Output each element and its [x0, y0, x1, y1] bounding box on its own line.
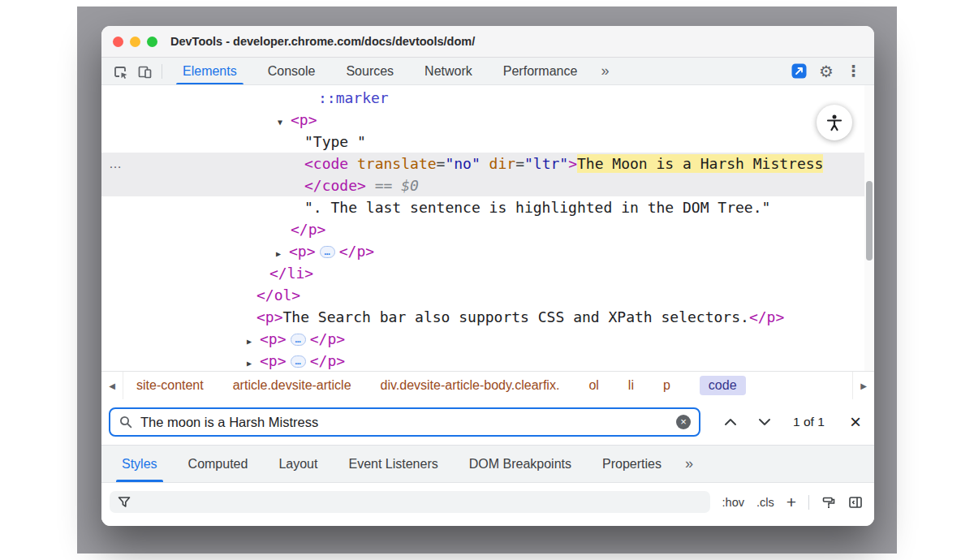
tab-console[interactable]: Console [252, 58, 331, 84]
dom-token: "ltr" [524, 155, 568, 172]
dom-tree-row[interactable]: ▼<p> [101, 109, 874, 131]
dom-token: <p> [260, 330, 287, 347]
accessibility-button[interactable] [817, 105, 852, 140]
tab-styles[interactable]: Styles [106, 446, 173, 482]
dom-token: </code> [304, 177, 366, 194]
dom-tree-row[interactable]: …<code translate="no" dir="ltr">The Moon… [101, 153, 874, 174]
breadcrumb-item-article-devsite-article[interactable]: article.devsite-article [233, 378, 351, 393]
dom-tree-row[interactable]: ▶<p>…</p> [101, 350, 874, 371]
breadcrumb-item-p[interactable]: p [663, 378, 670, 393]
breadcrumb-item-site-content[interactable]: site-content [136, 378, 204, 393]
filter-toolbar-divider [808, 495, 809, 510]
ellipsis-pill-icon[interactable]: … [291, 355, 306, 368]
dom-token: </p> [310, 352, 345, 369]
tab-event-listeners[interactable]: Event Listeners [333, 446, 453, 482]
breadcrumb-item-li[interactable]: li [628, 378, 634, 393]
styles-tabs-bar: StylesComputedLayoutEvent ListenersDOM B… [101, 446, 874, 483]
device-toolbar-icon[interactable] [132, 60, 157, 82]
inspect-element-icon[interactable] [108, 60, 132, 82]
dom-token: <p> [289, 243, 316, 260]
dom-token: <code [304, 155, 348, 172]
dom-token: == [366, 177, 401, 194]
dom-token: = [437, 155, 446, 172]
traffic-lights [113, 37, 157, 47]
collapse-arrow-icon[interactable]: ▼ [278, 111, 291, 133]
dom-token: translate [348, 155, 436, 172]
element-classes-button[interactable]: .cls [756, 496, 774, 509]
breadcrumb-bar: ◀ site-contentarticle.devsite-articlediv… [101, 371, 874, 399]
dom-search-bar: The moon is a Harsh Mistress × 1 of 1 × [101, 399, 874, 446]
ellipsis-pill-icon[interactable]: … [320, 246, 335, 258]
dom-tree-row[interactable]: ::marker [101, 87, 874, 109]
tab-network[interactable]: Network [409, 58, 488, 84]
dom-token: "Type " [304, 133, 366, 150]
toggle-element-state-button[interactable]: :hov [722, 496, 744, 509]
expand-arrow-icon[interactable]: ▶ [276, 243, 289, 265]
dom-tree-row[interactable]: ▶<p>…</p> [101, 328, 874, 350]
breadcrumb-scroll-right-icon[interactable]: ▶ [852, 372, 874, 399]
next-result-chevron-icon[interactable] [748, 418, 782, 426]
dom-tree-row[interactable]: "Type " [101, 131, 874, 153]
breadcrumb-item-div-devsite-article-body-clearfix[interactable]: div.devsite-article-body.clearfix. [381, 378, 560, 393]
close-search-icon[interactable]: × [850, 412, 861, 432]
dom-token: $0 [401, 177, 419, 194]
dom-tree-row[interactable]: <p>The Search bar also supports CSS and … [101, 306, 874, 328]
dom-token: > [568, 155, 577, 172]
devtools-window: DevTools - developer.chrome.com/docs/dev… [101, 26, 874, 526]
ellipsis-pill-icon[interactable]: … [291, 334, 306, 346]
style-filter-input[interactable] [110, 491, 710, 513]
tab-properties[interactable]: Properties [587, 446, 677, 482]
tab-elements[interactable]: Elements [167, 58, 252, 84]
tab-computed[interactable]: Computed [173, 446, 264, 482]
filter-funnel-icon [118, 496, 131, 508]
expand-arrow-icon[interactable]: ▶ [247, 352, 260, 371]
close-window-button[interactable] [113, 37, 123, 47]
arrow-badge-icon[interactable] [791, 63, 807, 79]
tab-dom-breakpoints[interactable]: DOM Breakpoints [454, 446, 587, 482]
dom-token: "no" [445, 155, 480, 172]
more-tabs-chevron[interactable]: » [593, 62, 617, 80]
tab-layout[interactable]: Layout [263, 446, 333, 482]
paint-roller-icon[interactable] [821, 495, 836, 510]
more-menu-icon[interactable]: ⋮ [846, 63, 861, 79]
screenshot-stage: DevTools - developer.chrome.com/docs/dev… [0, 0, 974, 560]
breadcrumb-item-code[interactable]: code [700, 376, 746, 395]
devtools-toolbar: ElementsConsoleSourcesNetworkPerformance… [101, 58, 874, 85]
dom-token: </p> [339, 243, 374, 260]
expand-arrow-icon[interactable]: ▶ [247, 330, 260, 352]
dom-tree: ::marker▼<p>"Type "…<code translate="no"… [101, 85, 874, 371]
vertical-scrollbar-thumb[interactable] [866, 181, 873, 261]
dom-tree-row[interactable]: </code> == $0 [101, 174, 874, 196]
toolbar-divider [162, 64, 162, 79]
search-input[interactable]: The moon is a Harsh Mistress × [109, 407, 700, 437]
toggle-sidebar-icon[interactable] [848, 495, 863, 510]
window-titlebar: DevTools - developer.chrome.com/docs/dev… [101, 26, 874, 58]
dom-token: </p> [310, 330, 345, 347]
dom-tree-row[interactable]: ▶<p>…</p> [101, 240, 874, 262]
clear-search-icon[interactable]: × [676, 415, 691, 429]
more-panels-chevron[interactable]: » [677, 455, 701, 472]
previous-result-chevron-icon[interactable] [713, 418, 748, 426]
window-title: DevTools - developer.chrome.com/docs/dev… [170, 35, 475, 48]
settings-gear-icon[interactable]: ⚙ [819, 63, 834, 80]
dom-token: </p> [749, 308, 784, 325]
devtools-tabs: ElementsConsoleSourcesNetworkPerformance [167, 58, 593, 84]
dom-tree-row[interactable]: </ol> [101, 284, 874, 306]
dom-token: ::marker [318, 89, 389, 106]
minimize-window-button[interactable] [130, 37, 140, 47]
breadcrumb-scroll-left-icon[interactable]: ◀ [101, 372, 123, 399]
dom-tree-row[interactable]: ". The last sentence is highlighted in t… [101, 196, 874, 218]
row-actions-dots-icon[interactable]: … [109, 153, 123, 174]
dom-token: = [515, 155, 524, 172]
tab-sources[interactable]: Sources [330, 58, 409, 84]
dom-tree-panel: ::marker▼<p>"Type "…<code translate="no"… [101, 85, 874, 371]
dom-tree-row[interactable]: </p> [101, 218, 874, 240]
breadcrumb-item-ol[interactable]: ol [588, 378, 598, 393]
new-style-rule-button[interactable]: + [787, 493, 796, 510]
search-icon [119, 415, 133, 429]
dom-token: </ol> [256, 286, 300, 304]
zoom-window-button[interactable] [147, 37, 157, 47]
dom-token: ". The last sentence is highlighted in t… [304, 199, 770, 216]
dom-tree-row[interactable]: </li> [101, 262, 874, 284]
tab-performance[interactable]: Performance [488, 58, 593, 84]
